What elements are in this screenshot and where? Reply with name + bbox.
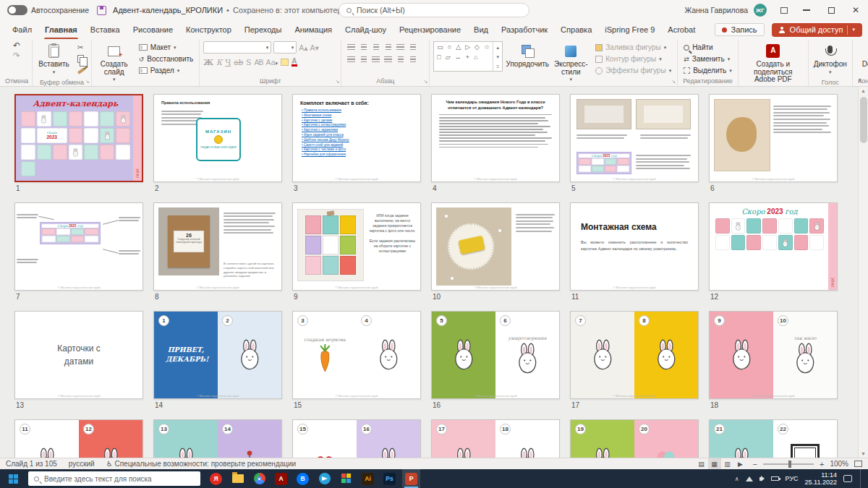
- collapse-ribbon-button[interactable]: ∧: [857, 77, 862, 84]
- slide-thumb-image[interactable]: Адвент-календарьСкоро2023УРА!: [14, 94, 143, 182]
- ribbon-tab-9[interactable]: Вид: [467, 20, 495, 39]
- slide-thumbnail-22[interactable]: 1718© Магазин педагогических идей22: [431, 419, 560, 458]
- show-desktop-button[interactable]: [860, 469, 862, 488]
- font-color-button[interactable]: А: [292, 57, 297, 67]
- replace-button[interactable]: ⇄Заменить▾: [681, 53, 734, 64]
- network-icon[interactable]: [746, 476, 753, 481]
- zoom-in-button[interactable]: +: [820, 460, 824, 468]
- underline-button[interactable]: Ч: [225, 58, 231, 67]
- align-center-button[interactable]: [357, 53, 370, 64]
- grow-font-button[interactable]: А▴: [299, 41, 307, 53]
- shape-effects-button[interactable]: Эффекты фигуры▾: [593, 65, 673, 76]
- ribbon-tab-6[interactable]: Анимация: [288, 20, 339, 39]
- ribbon-tab-13[interactable]: Acrobat: [661, 20, 702, 39]
- slide-thumbnail-18[interactable]: 910так мило© Магазин педагогических идей…: [709, 311, 838, 409]
- slide-thumbnail-17[interactable]: 78© Магазин педагогических идей17: [570, 311, 699, 409]
- taskbar-app-acrobat[interactable]: A: [272, 469, 290, 488]
- line-spacing-button[interactable]: [394, 41, 407, 52]
- autosave-control[interactable]: Автосохранение: [7, 5, 89, 15]
- taskbar-app-photos[interactable]: [337, 469, 355, 488]
- slide-thumb-image[interactable]: Чем календарь ожидания Нового Года в кла…: [431, 94, 560, 182]
- font-dialog-launcher[interactable]: ↘: [335, 79, 339, 85]
- ribbon-tab-0[interactable]: Файл: [6, 20, 38, 39]
- hyperlink[interactable]: Монтажная схема: [302, 114, 412, 117]
- hyperlink[interactable]: Карточки с иллюстрациями: [302, 123, 412, 127]
- slide-thumb-image[interactable]: Скоро 2023 годУРА!: [709, 202, 838, 291]
- slide-thumbnail-16[interactable]: 56умиротворение© Магазин педагогических …: [431, 311, 560, 409]
- hyperlink[interactable]: Карточки с заданиями: [302, 128, 412, 132]
- slide-thumb-image[interactable]: 3сладкая морковь4© Магазин педагогически…: [292, 311, 421, 399]
- slideshow-button[interactable]: ▶: [734, 458, 747, 469]
- shape-fill-button[interactable]: Заливка фигуры▾: [593, 42, 673, 53]
- shape-outline-button[interactable]: Контур фигуры▾: [593, 53, 673, 64]
- increase-indent-button[interactable]: [382, 41, 394, 52]
- record-button[interactable]: Запись: [715, 23, 764, 36]
- slide-thumb-image[interactable]: Скоро 2023 год© Магазин педагогических и…: [14, 202, 143, 291]
- slide-thumb-image[interactable]: 1920© Магазин педагогических идей: [570, 419, 699, 458]
- language-switcher[interactable]: РУС: [786, 475, 799, 482]
- tray-expand-icon[interactable]: ∧: [735, 476, 739, 482]
- slide-thumb-image[interactable]: Монтажная схемаВы можете изменить распол…: [570, 202, 699, 291]
- slide-thumb-image[interactable]: © Магазин педагогических идей: [709, 94, 838, 182]
- slide-thumbnail-23[interactable]: 1920© Магазин педагогических идей23: [570, 419, 699, 458]
- taskbar-app-illustrator[interactable]: Ai: [359, 469, 377, 488]
- slide-thumbnail-19[interactable]: 1112© Магазин педагогических идей19: [14, 419, 143, 458]
- align-right-button[interactable]: [370, 53, 382, 64]
- bullets-button[interactable]: [345, 41, 357, 52]
- zoom-slider[interactable]: [763, 463, 814, 465]
- ribbon-tab-5[interactable]: Переходы: [238, 20, 289, 39]
- slide-thumbnail-7[interactable]: Скоро 2023 год© Магазин педагогических и…: [14, 202, 143, 301]
- ribbon-tab-4[interactable]: Конструктор: [179, 20, 238, 39]
- autosave-toggle[interactable]: [7, 5, 27, 15]
- layout-button[interactable]: Макет▾: [137, 42, 196, 53]
- zoom-level[interactable]: 100%: [830, 460, 848, 468]
- decrease-indent-button[interactable]: [370, 41, 382, 52]
- slide-thumbnail-15[interactable]: 3сладкая морковь4© Магазин педагогически…: [292, 311, 421, 409]
- hyperlink[interactable]: Скретч-слой для заданий: [302, 143, 412, 147]
- scroll-up-arrow[interactable]: ▲: [859, 88, 868, 93]
- slide-thumb-image[interactable]: 26Создание елочной новогодней гирляндыВ …: [153, 202, 282, 291]
- slide-thumb-image[interactable]: Скоро 2023 год© Магазин педагогических и…: [570, 94, 699, 182]
- slide-thumb-image[interactable]: Правила использованияМАГАЗИНПЕДАГОГИЧЕСК…: [153, 94, 282, 182]
- scroll-down-arrow[interactable]: ▼: [859, 451, 868, 456]
- slide-thumb-image[interactable]: Комплект включает в себя:Правила использ…: [292, 94, 421, 182]
- undo-button[interactable]: ↶: [13, 41, 20, 50]
- shapes-gallery[interactable]: ▭○△▷◇☆ □▱↔+⌂ ▲▼≡: [433, 41, 503, 72]
- slide-thumb-image[interactable]: 15♥год кролика16© Магазин педагогических…: [292, 419, 421, 458]
- ribbon-display-options-button[interactable]: [774, 0, 794, 20]
- vertical-scrollbar[interactable]: ▲ ▼: [858, 87, 868, 458]
- hyperlink[interactable]: Шаблон письма Деду Морозу: [302, 138, 412, 142]
- scrollbar-thumb[interactable]: [860, 97, 867, 143]
- fit-to-window-button[interactable]: [854, 461, 862, 467]
- save-icon[interactable]: [97, 6, 106, 15]
- slide-thumbnail-13[interactable]: Карточки с датами© Магазин педагогически…: [14, 311, 143, 409]
- ribbon-tab-2[interactable]: Вставка: [84, 20, 127, 39]
- slide-thumb-image[interactable]: 78© Магазин педагогических идей: [570, 311, 699, 399]
- slide-thumb-image[interactable]: 1718© Магазин педагогических идей: [431, 419, 560, 458]
- section-button[interactable]: Раздел▾: [137, 65, 196, 76]
- slide-sorter-view-button[interactable]: ▦: [708, 458, 721, 469]
- slide-thumbnail-6[interactable]: © Магазин педагогических идей6: [709, 94, 838, 192]
- slide-thumbnail-10[interactable]: © Магазин педагогических идей10: [431, 202, 560, 301]
- slide-thumb-image[interactable]: 1314© Магазин педагогических идей: [153, 419, 282, 458]
- slide-thumb-image[interactable]: ИЛИ когда задание выполнено, на место за…: [292, 202, 421, 291]
- copy-button[interactable]: [75, 53, 88, 64]
- slide-thumb-image[interactable]: 2122© Магазин педагогических идей: [709, 419, 838, 458]
- volume-icon[interactable]: [760, 477, 762, 481]
- minimize-button[interactable]: [794, 0, 819, 20]
- taskbar-app-yandex-browser[interactable]: Я: [207, 469, 225, 488]
- slide-thumbnail-8[interactable]: 26Создание елочной новогодней гирляндыВ …: [153, 202, 282, 301]
- document-title[interactable]: Адвент-календарь_КРОЛИКИ • Сохранено в: …: [113, 6, 348, 14]
- slide-thumbnail-1[interactable]: Адвент-календарьСкоро2023УРА!1: [14, 94, 143, 192]
- paragraph-dialog-launcher[interactable]: ↘: [423, 79, 427, 85]
- slide-thumbnail-24[interactable]: 2122© Магазин педагогических идей24: [709, 419, 838, 458]
- hyperlink[interactable]: Наклейки для оформления: [302, 153, 412, 156]
- italic-button[interactable]: К: [216, 58, 222, 67]
- taskbar-app-vk[interactable]: В: [294, 469, 312, 488]
- slide-thumbnail-2[interactable]: Правила использованияМАГАЗИНПЕДАГОГИЧЕСК…: [153, 94, 282, 192]
- clipboard-dialog-launcher[interactable]: ↘: [85, 79, 90, 85]
- maximize-button[interactable]: [819, 0, 843, 20]
- shrink-font-button[interactable]: А▾: [310, 41, 319, 53]
- shapes-scroll[interactable]: ▲▼≡: [493, 42, 502, 71]
- hyperlink[interactable]: Идеи заданий для класса: [302, 133, 412, 137]
